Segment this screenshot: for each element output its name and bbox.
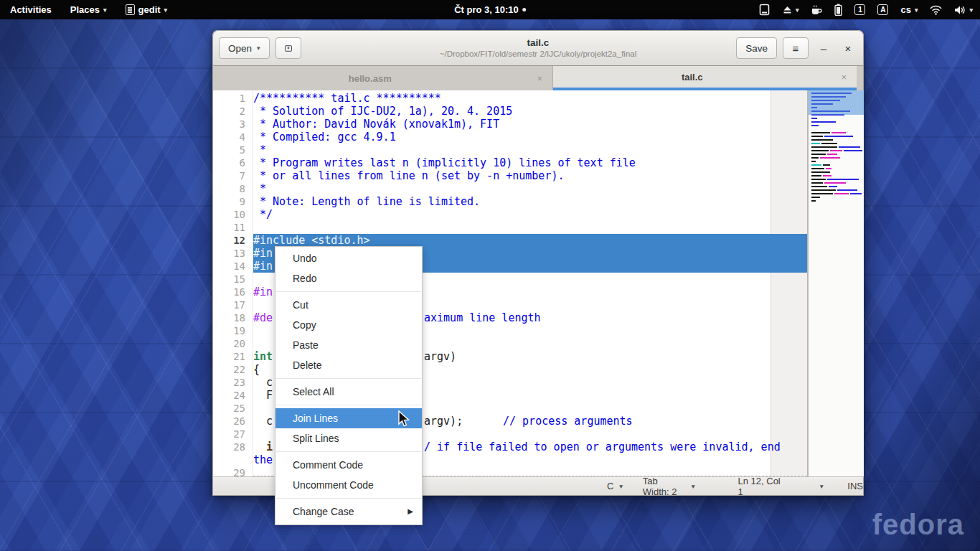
statusbar-dropdown[interactable]: ▼ [819, 483, 824, 490]
chevron-down-icon: ▼ [618, 483, 623, 490]
code-segment: * Program writes last n (implicitly 10) … [253, 156, 636, 169]
minimap-line [811, 200, 862, 202]
eject-menu[interactable]: ▾ [783, 0, 799, 19]
keyboard-layout-menu[interactable]: cs▾ [900, 0, 918, 19]
minimap-line [811, 207, 862, 209]
minimap-line [811, 128, 862, 130]
code-segment: // process arguments [503, 415, 633, 428]
minimap-line [811, 154, 862, 155]
minimap-line [811, 136, 862, 137]
minimap-line [811, 143, 862, 144]
code-segment: * or all lines from line n (set by -n +n… [253, 169, 564, 182]
menu-item-copy[interactable]: Copy [275, 315, 422, 335]
menu-item-undo[interactable]: Undo [275, 248, 422, 268]
minimize-button[interactable]: – [814, 42, 833, 55]
code-line[interactable]: * Note: Length of line is limited. [253, 195, 807, 208]
fedora-logo: fedora [872, 509, 964, 541]
code-line[interactable]: * Author: David Novák (xnovak1m), FIT [253, 118, 807, 131]
tab-tail-c[interactable]: tail.c× [553, 66, 857, 90]
tab-width-selector[interactable]: Tab Width: 2▼ [643, 476, 697, 497]
minimap-viewport[interactable] [809, 90, 864, 115]
code-segment: the [253, 453, 273, 466]
code-line[interactable]: * Compiled: gcc 4.9.1 [253, 131, 807, 143]
overview-minimap[interactable] [807, 90, 864, 476]
line-number: 22 [213, 363, 245, 376]
places-menu[interactable]: Places▾ [70, 0, 107, 19]
language-selector[interactable]: C▼ [607, 481, 624, 491]
line-number: 3 [213, 118, 245, 131]
minimap-line [811, 236, 862, 237]
volume-menu[interactable]: ▾ [954, 0, 973, 19]
app-menu-gedit[interactable]: gedit▾ [126, 0, 168, 19]
menu-item-cut[interactable]: Cut [275, 295, 422, 315]
line-number: 11 [213, 221, 245, 234]
code-segment: #in [253, 260, 273, 273]
chevron-down-icon: ▼ [819, 483, 824, 490]
removable-media-icon[interactable] [758, 4, 771, 16]
chevron-down-icon: ▾ [164, 6, 168, 14]
code-segment: * Note: Length of line is limited. [253, 195, 480, 208]
new-tab-button[interactable] [275, 37, 301, 59]
minimap-line [811, 186, 862, 187]
code-line[interactable] [253, 221, 807, 234]
line-number: 24 [213, 389, 245, 402]
code-segment: i [253, 441, 273, 453]
code-segment: * [253, 182, 266, 195]
tab-hello-asm[interactable]: hello.asm× [213, 66, 553, 90]
code-line[interactable]: */ [253, 208, 807, 221]
tab-label: hello.asm [213, 73, 527, 84]
open-button[interactable]: Open ▾ [219, 37, 270, 59]
code-line[interactable]: * or all lines from line n (set by -n +n… [253, 169, 807, 182]
activities-button[interactable]: Activities [10, 0, 52, 19]
tab-close-icon[interactable]: × [831, 72, 857, 83]
caffeine-icon[interactable] [811, 4, 822, 16]
code-line[interactable]: * [253, 143, 807, 156]
insert-mode-indicator: INS [847, 481, 863, 491]
minimap-line [811, 225, 862, 227]
wifi-icon[interactable] [930, 5, 942, 15]
minimap-line [811, 121, 862, 123]
menu-item-change-case[interactable]: Change Case▶ [275, 501, 422, 522]
menu-item-paste[interactable]: Paste [275, 335, 422, 355]
line-number: 28 [213, 441, 245, 453]
desktop-wallpaper: fedora Activities Places▾ gedit▾ Čt pro … [0, 0, 980, 551]
code-segment: * Author: David Novák (xnovak1m), FIT [253, 118, 499, 131]
code-line[interactable]: * Program writes last n (implicitly 10) … [253, 156, 807, 169]
menu-item-split-lines[interactable]: Split Lines [275, 428, 422, 448]
menu-item-uncomment-code[interactable]: Uncomment Code [275, 475, 422, 495]
indicator-a-icon[interactable]: A [877, 4, 888, 15]
line-number: 23 [213, 376, 245, 389]
menu-item-delete[interactable]: Delete [275, 355, 422, 375]
clock[interactable]: Čt pro 3, 10:10 [454, 4, 526, 15]
menu-separator [276, 291, 421, 292]
line-number: 1 [213, 92, 245, 105]
menu-separator [276, 405, 421, 405]
code-line[interactable]: #include <stdio.h> [253, 234, 807, 247]
code-line[interactable]: /********** tail.c ********** [253, 92, 807, 105]
menu-separator [276, 451, 421, 452]
indicator-1-icon[interactable]: 1 [854, 4, 865, 15]
minimap-line [811, 215, 862, 216]
tab-close-icon[interactable]: × [527, 73, 552, 84]
menu-item-join-lines[interactable]: Join Lines [275, 408, 422, 428]
code-segment: #in [253, 247, 273, 260]
menu-button[interactable]: ≡ [783, 37, 809, 59]
save-button[interactable]: Save [736, 37, 777, 59]
line-number: 20 [213, 337, 245, 350]
line-number: 7 [213, 169, 245, 182]
menu-item-redo[interactable]: Redo [275, 268, 422, 288]
code-line[interactable]: * Solution of IJC-DU2, 1a), 20. 4. 2015 [253, 105, 807, 118]
code-segment: #include <stdio.h> [253, 234, 370, 247]
code-line[interactable]: * [253, 182, 807, 195]
battery-icon[interactable] [834, 4, 842, 16]
line-number: 19 [213, 324, 245, 337]
chevron-down-icon: ▼ [690, 483, 696, 490]
code-segment: */ [253, 208, 273, 221]
close-button[interactable]: × [839, 42, 857, 55]
code-segment: / if file failed to open or arguments we… [424, 441, 781, 453]
line-number: 14 [213, 260, 245, 273]
menu-item-comment-code[interactable]: Comment Code [275, 455, 422, 475]
menu-item-select-all[interactable]: Select All [275, 382, 422, 402]
chevron-down-icon: ▾ [796, 6, 799, 14]
line-number: 12 [213, 234, 245, 247]
